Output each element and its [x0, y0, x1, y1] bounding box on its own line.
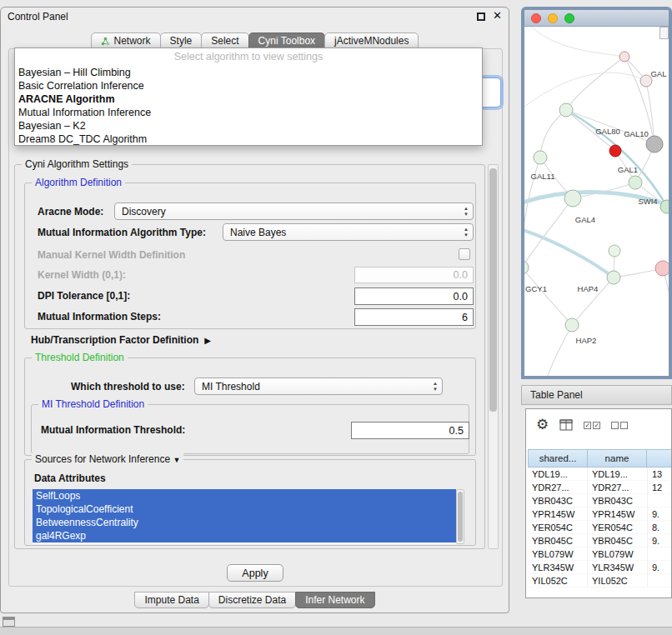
algorithm-option[interactable]: Bayesian – K2: [15, 119, 482, 132]
network-node[interactable]: [609, 145, 621, 157]
table-cell[interactable]: YDL19...: [528, 468, 588, 481]
attribute-table: shared...name YDL19...YDL19...13YDR27...…: [528, 449, 672, 588]
attributes-scrollbar[interactable]: [456, 489, 464, 544]
settings-scrollbar[interactable]: [488, 164, 499, 549]
table-cell[interactable]: [648, 494, 672, 508]
algorithm-option[interactable]: Dream8 DC_TDC Algorithm: [15, 132, 482, 146]
mini-window-icon[interactable]: [3, 617, 15, 627]
aracne-mode-select[interactable]: Discovery ▲▼: [114, 202, 474, 220]
table-cell[interactable]: YBR045C: [588, 534, 648, 548]
zoom-button[interactable]: [564, 13, 574, 23]
table-cell[interactable]: 8.: [648, 521, 672, 534]
network-node[interactable]: [629, 176, 642, 189]
scrollbar-thumb[interactable]: [489, 168, 497, 412]
table-cell[interactable]: YIL052C: [588, 574, 648, 588]
apply-button[interactable]: Apply: [227, 564, 283, 582]
scrollbar-thumb[interactable]: [458, 492, 463, 542]
attribute-item[interactable]: SelfLoops: [33, 489, 456, 502]
table-cell[interactable]: 12: [648, 481, 672, 494]
dropdown-placeholder: Select algorithm to view settings: [15, 48, 482, 66]
tab-infer-network[interactable]: Infer Network: [295, 592, 374, 608]
checked-pair-icon[interactable]: ✓✓: [584, 422, 600, 429]
float-icon[interactable]: [477, 12, 485, 21]
attribute-item[interactable]: gal4RGexp: [33, 529, 456, 542]
taskbar-strip: [0, 627, 672, 635]
unchecked-pair-icon[interactable]: [611, 422, 628, 429]
network-canvas[interactable]: GALGAL80GAL10GAL11GAL1SWI4GAL4GCY1HAP4HA…: [524, 27, 669, 379]
table-cell[interactable]: YBR043C: [588, 494, 648, 508]
network-edge: [531, 27, 624, 57]
which-threshold-select[interactable]: MI Threshold ▲▼: [194, 378, 443, 395]
dpi-tolerance-input[interactable]: 0.0: [354, 288, 474, 305]
gear-icon[interactable]: ⚙: [536, 417, 549, 433]
columns-icon[interactable]: [559, 419, 573, 431]
network-node[interactable]: [655, 261, 669, 276]
table-panel-header[interactable]: Table Panel: [521, 385, 672, 405]
algorithm-option[interactable]: ARACNE Algorithm: [15, 92, 482, 106]
table-cell[interactable]: 9.: [648, 561, 672, 574]
table-cell[interactable]: YLR345W: [588, 561, 648, 574]
tab-style[interactable]: Style: [160, 32, 203, 49]
table-cell[interactable]: YDR27...: [588, 481, 648, 494]
table-cell[interactable]: YDR27...: [528, 481, 588, 494]
table-cell[interactable]: YBL079W: [528, 548, 588, 561]
mi-type-label: Mutual Information Algorithm Type:: [38, 227, 206, 238]
network-node[interactable]: [565, 318, 579, 332]
tab-label: Style: [170, 35, 193, 47]
tab-discretize-data[interactable]: Discretize Data: [208, 592, 296, 608]
tab-network[interactable]: Network: [91, 32, 161, 49]
algorithm-option[interactable]: Basic Correlation Inference: [15, 79, 482, 92]
scrollbar-stub[interactable]: [659, 27, 669, 39]
mi-algorithm-type-select[interactable]: Naive Bayes ▲▼: [223, 223, 474, 241]
table-cell[interactable]: YER054C: [528, 521, 588, 534]
table-row: YIL052CYIL052C: [528, 574, 672, 588]
sources-section-toggle[interactable]: Sources for Network Inference ▼: [32, 453, 183, 465]
table-cell[interactable]: [648, 548, 672, 561]
tab-impute-data[interactable]: Impute Data: [134, 592, 208, 608]
algorithm-option[interactable]: Bayesian – Hill Climbing: [15, 66, 482, 79]
table-cell[interactable]: YLR345W: [528, 561, 588, 574]
table-cell[interactable]: YDL19...: [588, 468, 648, 481]
hub-definition-toggle[interactable]: Hub/Transcription Factor Definition ▶: [31, 334, 211, 346]
table-cell[interactable]: YBR043C: [528, 494, 588, 508]
table-cell[interactable]: 13: [648, 468, 672, 481]
algorithm-dropdown: Select algorithm to view settings Bayesi…: [14, 48, 483, 146]
close-icon[interactable]: ✕: [493, 9, 502, 22]
table-cell[interactable]: YBL079W: [588, 548, 648, 561]
network-graph: GALGAL80GAL10GAL11GAL1SWI4GAL4GCY1HAP4HA…: [524, 27, 669, 376]
network-node[interactable]: [524, 261, 529, 274]
network-node[interactable]: [559, 103, 573, 117]
network-node[interactable]: [534, 151, 547, 164]
combo-arrows-icon: ▲▼: [464, 227, 469, 238]
hub-definition-label: Hub/Transcription Factor Definition: [31, 334, 198, 346]
table-cell[interactable]: YPR145W: [528, 508, 588, 521]
tab-jactivemnodules[interactable]: jActiveMNodules: [324, 32, 419, 49]
tab-select[interactable]: Select: [201, 32, 248, 49]
network-node[interactable]: [564, 190, 581, 207]
table-cell[interactable]: YBR045C: [528, 534, 588, 548]
mi-steps-input[interactable]: 6: [354, 308, 474, 326]
algorithm-option[interactable]: Mutual Information Inference: [15, 106, 482, 119]
manual-kernel-checkbox[interactable]: [459, 248, 470, 260]
mi-threshold-input[interactable]: 0.5: [351, 422, 469, 439]
bottom-tab-bar: Impute DataDiscretize DataInfer Network: [1, 592, 509, 608]
column-header[interactable]: shared...: [528, 449, 588, 468]
network-node[interactable]: [619, 52, 629, 62]
table-cell[interactable]: [648, 574, 672, 588]
attribute-item[interactable]: BetweennessCentrality: [33, 516, 456, 529]
table-cell[interactable]: 9.: [648, 508, 672, 521]
tab-cyni-toolbox[interactable]: Cyni Toolbox: [248, 32, 325, 49]
column-header[interactable]: name: [587, 449, 647, 468]
table-cell[interactable]: 9.: [648, 534, 672, 548]
network-node[interactable]: [607, 271, 620, 284]
column-header[interactable]: [646, 449, 672, 468]
table-cell[interactable]: YIL052C: [528, 574, 588, 588]
close-button[interactable]: [531, 13, 541, 23]
network-node[interactable]: [609, 245, 620, 257]
table-cell[interactable]: YER054C: [588, 521, 648, 534]
table-row: YLR345WYLR345W9.: [528, 561, 672, 574]
table-cell[interactable]: YPR145W: [588, 508, 648, 521]
attribute-item[interactable]: TopologicalCoefficient: [33, 502, 456, 516]
network-node[interactable]: [646, 136, 663, 152]
minimize-button[interactable]: [548, 13, 558, 23]
